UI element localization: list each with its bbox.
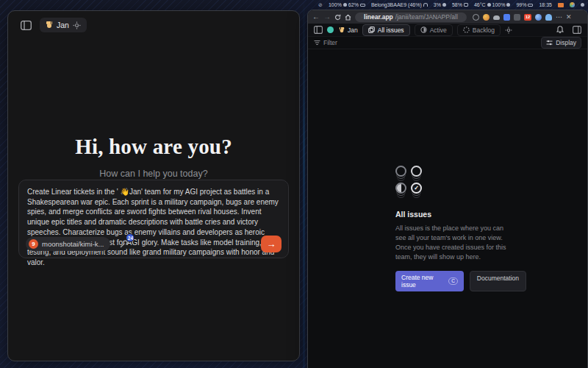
- display-button[interactable]: Display: [541, 37, 581, 49]
- battery-right-status: 99%: [516, 2, 533, 7]
- reload-button[interactable]: [334, 14, 341, 21]
- tab-active[interactable]: Active: [415, 24, 453, 36]
- cpu-status: 3%: [434, 2, 446, 7]
- linear-team-label: Jan: [348, 26, 358, 34]
- send-button[interactable]: →: [261, 236, 282, 252]
- backlog-status-icon: [395, 166, 406, 177]
- model-selector[interactable]: 9 moonshotai/kimi-k...: [26, 237, 110, 251]
- gear-icon[interactable]: [73, 21, 81, 29]
- jan-header: Jan: [21, 18, 87, 32]
- back-button[interactable]: ←: [312, 13, 320, 21]
- desktop: ⊘ 100% 62% Belong3BAAE9 (46%) 3% 58% 46°…: [0, 0, 588, 368]
- toolbar-overflow-button[interactable]: ⋯: [556, 13, 562, 21]
- documentation-button[interactable]: Documentation: [470, 271, 526, 291]
- network-name: Belong3BAAE9 (46%): [371, 2, 422, 7]
- temperature-value: 46°C: [474, 2, 486, 7]
- issue-status-icons: ✓: [395, 166, 526, 194]
- battery2-icon: [528, 4, 533, 7]
- tools-button[interactable]: 24: [119, 239, 129, 249]
- linear-header: Jan All issues Active Backlog: [308, 24, 587, 37]
- display-sliders-icon: [546, 40, 553, 46]
- home-button[interactable]: [345, 14, 351, 21]
- team-selector-pill[interactable]: Jan: [40, 18, 87, 32]
- browser-window: ← → linear.app/janii/team/JANAPP/all: [307, 10, 588, 368]
- jan-app-window: Jan Hi, how are you? How can I help you …: [7, 10, 300, 361]
- view-settings-gear-icon[interactable]: [505, 26, 512, 34]
- create-new-issue-button[interactable]: Create new issue C: [395, 271, 464, 291]
- prompt-input[interactable]: Create Linear tickets in the ' 👋Jan' tea…: [27, 187, 280, 268]
- shortcut-badge: C: [448, 277, 458, 285]
- thermometer-icon: [487, 3, 491, 7]
- team-pill-label: Jan: [57, 21, 69, 29]
- browser-toolbar: ← → linear.app/janii/team/JANAPP/all: [308, 10, 587, 24]
- extension-chat-icon[interactable]: [503, 14, 510, 21]
- send-arrow-icon: →: [267, 238, 276, 250]
- todo-status-icon: [411, 166, 422, 177]
- tab-all-issues-label: All issues: [378, 26, 404, 34]
- battery-icon: [360, 4, 365, 7]
- tools-count-badge: 24: [126, 233, 135, 242]
- linear-filter-bar: Filter Display: [308, 37, 587, 49]
- system-status-bar: ⊘ 100% 62% Belong3BAAE9 (46%) 3% 58% 46°…: [318, 1, 584, 9]
- empty-state-buttons: Create new issue C Documentation: [395, 271, 526, 291]
- clock: 18:35: [539, 2, 552, 7]
- in-progress-status-icon: [395, 183, 406, 194]
- volume-value: 100%: [329, 2, 342, 7]
- filter-button[interactable]: Filter: [314, 39, 337, 46]
- extension-avatar-icon[interactable]: [483, 14, 490, 21]
- composer-toolbar: 9 moonshotai/kimi-k... 24 →: [26, 236, 282, 252]
- message-composer[interactable]: Create Linear tickets in the ' 👋Jan' tea…: [18, 180, 289, 258]
- greeting: Hi, how are you? How can I help you toda…: [8, 135, 299, 179]
- linear-content: ✓ All issues All issues is the place whe…: [308, 49, 587, 367]
- wave-emoji-icon: [339, 27, 345, 33]
- translate-icon[interactable]: [460, 14, 461, 20]
- network-status: Belong3BAAE9 (46%): [371, 2, 428, 7]
- app-tray-icon[interactable]: [570, 2, 575, 7]
- wifi-icon: [423, 3, 428, 7]
- backlog-icon: [463, 26, 470, 33]
- empty-state-description: All issues is the place where you can se…: [395, 224, 514, 262]
- brightness-value: 100%: [492, 2, 506, 7]
- bookmark-dialog-icon[interactable]: [462, 14, 463, 20]
- extension-globe-icon[interactable]: [535, 14, 542, 21]
- done-status-icon: ✓: [411, 183, 422, 194]
- right-panel-icon[interactable]: [573, 26, 581, 34]
- notifications-bell-icon[interactable]: [556, 26, 564, 34]
- extension-ghost-icon[interactable]: [545, 14, 552, 21]
- memory-value: 58%: [452, 2, 462, 7]
- url-domain: linear.app: [364, 13, 393, 21]
- forward-button[interactable]: →: [323, 13, 331, 21]
- wave-emoji-icon: [46, 21, 53, 29]
- greeting-subtitle: How can I help you today?: [8, 169, 299, 179]
- tab-backlog[interactable]: Backlog: [457, 24, 501, 36]
- settings-tray-icon[interactable]: [581, 3, 584, 7]
- extension-cloud-icon[interactable]: [493, 15, 500, 20]
- close-toolbar-button[interactable]: ✕: [566, 13, 572, 21]
- sidebar-toggle-icon[interactable]: [21, 21, 32, 30]
- tab-all-issues[interactable]: All issues: [362, 24, 410, 36]
- brightness-icon: [506, 3, 510, 7]
- mail-tray-icon[interactable]: [558, 3, 564, 7]
- active-icon: [420, 26, 427, 33]
- tab-backlog-label: Backlog: [473, 26, 495, 34]
- model-name: moonshotai/kimi-k...: [42, 240, 104, 248]
- address-bar[interactable]: linear.app/janii/team/JANAPP/all: [355, 13, 467, 22]
- battery-right-value: 99%: [516, 2, 526, 7]
- site-security-icon[interactable]: [359, 14, 359, 20]
- all-issues-empty-state: ✓ All issues All issues is the place whe…: [395, 166, 526, 291]
- do-not-disturb-icon: ⊘: [318, 2, 323, 8]
- model-provider-icon: 9: [29, 239, 38, 249]
- extension-screenshot-icon[interactable]: [514, 14, 520, 21]
- display-label: Display: [556, 39, 576, 46]
- extension-blocker-badge[interactable]: 12: [524, 14, 531, 21]
- clock-value: 18:35: [539, 2, 552, 7]
- url-path: /janii/team/JANAPP/all: [395, 13, 458, 21]
- extension-refresh-icon[interactable]: [473, 14, 479, 21]
- extensions-row: 12 ⋯ ✕: [473, 13, 572, 21]
- cpu-icon: [442, 3, 446, 7]
- battery-left-value: 62%: [348, 2, 359, 7]
- empty-state-title: All issues: [395, 210, 526, 219]
- linear-sidebar-toggle-icon[interactable]: [314, 26, 323, 34]
- workspace-icon[interactable]: [327, 26, 334, 33]
- linear-team-name[interactable]: Jan: [338, 26, 358, 34]
